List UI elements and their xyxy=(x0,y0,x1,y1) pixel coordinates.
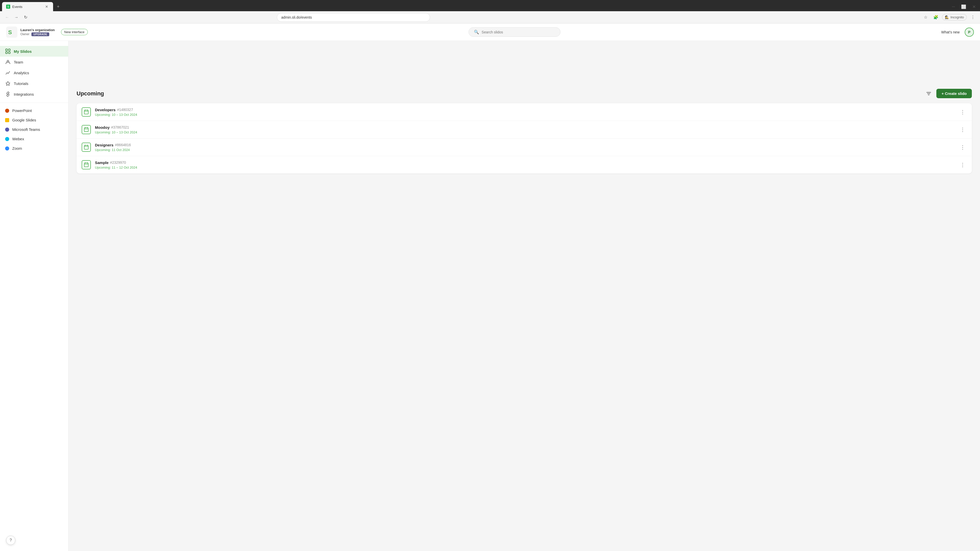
sidebar-main-section: My Slidos Team Analytics xyxy=(0,45,68,100)
help-button[interactable]: ? xyxy=(6,536,15,545)
sidebar-item-microsoft-teams[interactable]: Microsoft Teams xyxy=(0,125,68,134)
svg-marker-7 xyxy=(6,81,10,86)
slido-logo: S xyxy=(6,27,18,38)
chart-icon xyxy=(5,70,11,76)
person-icon xyxy=(5,59,11,65)
event-date: Upcoming: 10 – 13 Oct 2024 xyxy=(95,113,959,117)
event-name: Moodoy xyxy=(95,125,110,130)
whats-new-button[interactable]: What's new xyxy=(941,30,959,34)
zoom-icon xyxy=(5,146,9,151)
menu-button[interactable]: ⋮ xyxy=(969,13,977,21)
sidebar-integrations-section: PowerPoint Google Slides Microsoft Teams… xyxy=(0,105,68,154)
event-title-row: Designers #8664816 xyxy=(95,143,959,147)
create-slido-label: + Create slido xyxy=(942,91,967,96)
events-list: Developers #1480327 Upcoming: 10 – 13 Oc… xyxy=(76,103,972,173)
calendar-icon xyxy=(82,143,91,152)
back-button[interactable]: ← xyxy=(3,13,11,21)
sidebar-item-integrations[interactable]: Integrations xyxy=(0,89,68,100)
logo-area: S Lauren's organization Owner UPGRADE Ne… xyxy=(6,27,88,38)
sidebar-label-team: Team xyxy=(14,60,23,64)
active-tab[interactable]: S Events ✕ xyxy=(2,2,53,11)
sidebar-item-webex[interactable]: Webex xyxy=(0,134,68,144)
svg-rect-2 xyxy=(6,49,7,51)
tab-bar: S Events ✕ + ─ ⬜ ✕ xyxy=(0,0,980,11)
sidebar-item-google-slides[interactable]: Google Slides xyxy=(0,115,68,125)
sidebar-label-integrations: Integrations xyxy=(14,92,34,97)
calendar-icon xyxy=(82,125,91,134)
restore-button[interactable]: ⬜ xyxy=(959,3,968,11)
event-date: Upcoming: 11 – 12 Oct 2024 xyxy=(95,165,959,169)
address-input[interactable] xyxy=(277,13,430,22)
sidebar-label-tutorials: Tutorials xyxy=(14,81,28,86)
new-interface-button[interactable]: New interface xyxy=(61,29,88,35)
sidebar-item-tutorials[interactable]: Tutorials xyxy=(0,78,68,89)
close-button[interactable]: ✕ xyxy=(970,3,978,11)
event-id: #1480327 xyxy=(117,108,133,112)
tab-close-button[interactable]: ✕ xyxy=(45,4,49,9)
tab-title: Events xyxy=(12,5,42,9)
event-id: #37867021 xyxy=(111,125,129,129)
star-icon xyxy=(5,81,11,86)
event-more-button[interactable]: ⋮ xyxy=(959,125,967,134)
event-status: Upcoming xyxy=(95,130,110,134)
calendar-icon xyxy=(82,160,91,169)
event-date-range: 10 – 13 Oct 2024 xyxy=(112,130,137,134)
event-date-range: 10 – 13 Oct 2024 xyxy=(112,113,137,117)
avatar[interactable]: P xyxy=(965,27,974,37)
sidebar-label-analytics: Analytics xyxy=(14,71,29,75)
event-status: Upcoming xyxy=(95,113,110,117)
address-bar: ← → ↻ ☆ 🧩 🕵 Incognito ⋮ xyxy=(0,11,980,24)
table-row[interactable]: Developers #1480327 Upcoming: 10 – 13 Oc… xyxy=(76,103,972,121)
new-tab-button[interactable]: + xyxy=(54,3,62,11)
sidebar-item-team[interactable]: Team xyxy=(0,57,68,67)
table-row[interactable]: Designers #8664816 Upcoming: 11 Oct 2024… xyxy=(76,138,972,156)
minimize-button[interactable]: ─ xyxy=(950,3,958,11)
event-name: Sample xyxy=(95,160,108,165)
svg-rect-11 xyxy=(84,110,88,114)
filter-button[interactable] xyxy=(924,89,933,98)
create-slido-button[interactable]: + Create slido xyxy=(936,89,972,98)
search-bar: 🔍 xyxy=(88,27,941,37)
sidebar-label-microsoft-teams: Microsoft Teams xyxy=(12,127,40,132)
search-icon: 🔍 xyxy=(474,30,479,35)
app-body: My Slidos Team Analytics xyxy=(0,64,980,551)
event-title-row: Developers #1480327 xyxy=(95,108,959,112)
event-name: Designers xyxy=(95,143,114,147)
org-role-row: Owner UPGRADE xyxy=(21,32,55,36)
sidebar-item-analytics[interactable]: Analytics xyxy=(0,67,68,78)
svg-rect-5 xyxy=(8,52,10,54)
sidebar-label-my-slidos: My Slidos xyxy=(14,49,32,54)
sidebar-item-powerpoint[interactable]: PowerPoint xyxy=(0,106,68,115)
table-row[interactable]: Sample #2329970 Upcoming: 11 – 12 Oct 20… xyxy=(76,156,972,173)
reload-button[interactable]: ↻ xyxy=(21,13,30,21)
event-title-row: Sample #2329970 xyxy=(95,160,959,165)
event-more-button[interactable]: ⋮ xyxy=(959,143,967,151)
search-input[interactable] xyxy=(482,30,555,34)
bookmark-button[interactable]: ☆ xyxy=(921,13,930,21)
upgrade-button[interactable]: UPGRADE xyxy=(32,32,49,36)
search-input-wrapper: 🔍 xyxy=(469,27,560,37)
app-header: S Lauren's organization Owner UPGRADE Ne… xyxy=(0,24,980,41)
event-more-button[interactable]: ⋮ xyxy=(959,108,967,116)
event-more-button[interactable]: ⋮ xyxy=(959,161,967,169)
link-icon xyxy=(5,91,11,97)
org-name: Lauren's organization xyxy=(21,28,55,32)
event-info: Designers #8664816 Upcoming: 11 Oct 2024 xyxy=(95,143,959,152)
browser-chrome: S Events ✕ + ─ ⬜ ✕ ← → ↻ ☆ 🧩 🕵 Incognito… xyxy=(0,0,980,24)
sidebar-label-zoom: Zoom xyxy=(12,146,22,151)
extensions-button[interactable]: 🧩 xyxy=(932,13,940,21)
sidebar-item-zoom[interactable]: Zoom xyxy=(0,144,68,153)
table-row[interactable]: Moodoy #37867021 Upcoming: 10 – 13 Oct 2… xyxy=(76,121,972,138)
event-date-range: 11 Oct 2024 xyxy=(112,148,130,152)
incognito-badge[interactable]: 🕵 Incognito xyxy=(942,14,967,21)
sidebar-item-my-slidos[interactable]: My Slidos xyxy=(0,46,68,57)
webex-icon xyxy=(5,137,9,141)
svg-rect-15 xyxy=(84,128,88,132)
calendar-icon xyxy=(82,107,91,117)
forward-button[interactable]: → xyxy=(12,13,21,21)
event-name: Developers xyxy=(95,108,116,112)
org-role: Owner xyxy=(21,32,29,36)
google-slides-icon xyxy=(5,118,9,122)
svg-rect-19 xyxy=(84,145,88,149)
incognito-label: Incognito xyxy=(950,15,964,19)
